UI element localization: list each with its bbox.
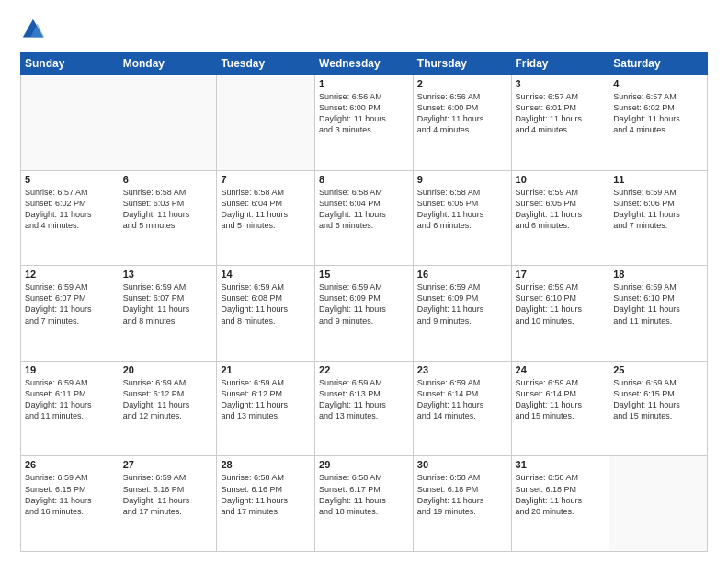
header [20,17,708,42]
calendar-cell: 13Sunrise: 6:59 AMSunset: 6:07 PMDayligh… [119,266,217,362]
calendar-cell: 25Sunrise: 6:59 AMSunset: 6:15 PMDayligh… [609,361,708,456]
week-row-5: 26Sunrise: 6:59 AMSunset: 6:15 PMDayligh… [21,456,708,552]
logo-icon [20,17,46,42]
day-info: Sunrise: 6:59 AMSunset: 6:12 PMDaylight:… [221,377,311,422]
week-row-1: 1Sunrise: 6:56 AMSunset: 6:00 PMDaylight… [21,75,708,171]
day-info: Sunrise: 6:56 AMSunset: 6:00 PMDaylight:… [319,91,409,136]
day-number: 22 [319,364,409,375]
day-info: Sunrise: 6:58 AMSunset: 6:18 PMDaylight:… [417,472,507,517]
calendar-cell [119,75,217,171]
calendar-cell: 14Sunrise: 6:59 AMSunset: 6:08 PMDayligh… [217,266,315,362]
calendar-cell: 4Sunrise: 6:57 AMSunset: 6:02 PMDaylight… [609,75,708,171]
day-number: 4 [613,78,703,89]
calendar-cell: 24Sunrise: 6:59 AMSunset: 6:14 PMDayligh… [511,361,609,456]
day-number: 19 [25,364,115,375]
calendar-cell: 27Sunrise: 6:59 AMSunset: 6:16 PMDayligh… [119,456,217,552]
day-number: 31 [516,459,606,470]
calendar-cell: 28Sunrise: 6:58 AMSunset: 6:16 PMDayligh… [217,456,315,552]
day-header-saturday: Saturday [609,52,708,75]
day-header-sunday: Sunday [21,52,119,75]
day-header-friday: Friday [511,52,609,75]
calendar-cell: 29Sunrise: 6:58 AMSunset: 6:17 PMDayligh… [315,456,414,552]
day-number: 2 [417,78,507,89]
calendar-cell: 3Sunrise: 6:57 AMSunset: 6:01 PMDaylight… [511,75,609,171]
calendar-cell: 20Sunrise: 6:59 AMSunset: 6:12 PMDayligh… [119,361,217,456]
day-header-wednesday: Wednesday [315,52,414,75]
calendar-cell: 1Sunrise: 6:56 AMSunset: 6:00 PMDaylight… [315,75,414,171]
day-info: Sunrise: 6:59 AMSunset: 6:06 PMDaylight:… [613,187,703,232]
day-info: Sunrise: 6:59 AMSunset: 6:07 PMDaylight:… [25,282,115,327]
day-info: Sunrise: 6:59 AMSunset: 6:14 PMDaylight:… [516,377,606,422]
calendar-cell [217,75,315,171]
calendar-table: SundayMondayTuesdayWednesdayThursdayFrid… [20,52,708,552]
calendar-body: 1Sunrise: 6:56 AMSunset: 6:00 PMDaylight… [21,75,708,552]
day-number: 18 [613,269,703,280]
calendar-cell: 7Sunrise: 6:58 AMSunset: 6:04 PMDaylight… [217,170,315,266]
calendar-cell: 6Sunrise: 6:58 AMSunset: 6:03 PMDaylight… [119,170,217,266]
day-number: 1 [319,78,409,89]
day-info: Sunrise: 6:59 AMSunset: 6:13 PMDaylight:… [319,377,409,422]
day-info: Sunrise: 6:59 AMSunset: 6:09 PMDaylight:… [417,282,507,327]
calendar-cell: 8Sunrise: 6:58 AMSunset: 6:04 PMDaylight… [315,170,414,266]
calendar-cell: 12Sunrise: 6:59 AMSunset: 6:07 PMDayligh… [21,266,119,362]
day-header-tuesday: Tuesday [217,52,315,75]
calendar-cell: 2Sunrise: 6:56 AMSunset: 6:00 PMDaylight… [413,75,511,171]
calendar-cell: 16Sunrise: 6:59 AMSunset: 6:09 PMDayligh… [413,266,511,362]
day-info: Sunrise: 6:58 AMSunset: 6:05 PMDaylight:… [417,187,507,232]
day-info: Sunrise: 6:58 AMSunset: 6:03 PMDaylight:… [123,187,213,232]
day-number: 13 [123,269,213,280]
calendar-cell [21,75,119,171]
calendar-cell [609,456,708,552]
day-info: Sunrise: 6:59 AMSunset: 6:07 PMDaylight:… [123,282,213,327]
day-number: 6 [123,174,213,185]
day-number: 14 [221,269,311,280]
day-number: 30 [417,459,507,470]
calendar-cell: 5Sunrise: 6:57 AMSunset: 6:02 PMDaylight… [21,170,119,266]
day-info: Sunrise: 6:57 AMSunset: 6:01 PMDaylight:… [516,91,606,136]
day-info: Sunrise: 6:58 AMSunset: 6:04 PMDaylight:… [319,187,409,232]
day-info: Sunrise: 6:59 AMSunset: 6:10 PMDaylight:… [516,282,606,327]
calendar-cell: 19Sunrise: 6:59 AMSunset: 6:11 PMDayligh… [21,361,119,456]
logo [20,17,49,42]
calendar-cell: 18Sunrise: 6:59 AMSunset: 6:10 PMDayligh… [609,266,708,362]
day-number: 8 [319,174,409,185]
day-number: 29 [319,459,409,470]
week-row-4: 19Sunrise: 6:59 AMSunset: 6:11 PMDayligh… [21,361,708,456]
day-info: Sunrise: 6:58 AMSunset: 6:04 PMDaylight:… [221,187,311,232]
day-number: 26 [25,459,115,470]
day-number: 5 [25,174,115,185]
day-info: Sunrise: 6:59 AMSunset: 6:08 PMDaylight:… [221,282,311,327]
day-number: 10 [516,174,606,185]
day-info: Sunrise: 6:59 AMSunset: 6:15 PMDaylight:… [25,472,115,517]
week-row-2: 5Sunrise: 6:57 AMSunset: 6:02 PMDaylight… [21,170,708,266]
calendar-cell: 15Sunrise: 6:59 AMSunset: 6:09 PMDayligh… [315,266,414,362]
calendar-cell: 23Sunrise: 6:59 AMSunset: 6:14 PMDayligh… [413,361,511,456]
day-number: 21 [221,364,311,375]
day-number: 24 [516,364,606,375]
day-info: Sunrise: 6:58 AMSunset: 6:18 PMDaylight:… [516,472,606,517]
day-header-row: SundayMondayTuesdayWednesdayThursdayFrid… [21,52,708,75]
day-header-monday: Monday [119,52,217,75]
day-info: Sunrise: 6:59 AMSunset: 6:15 PMDaylight:… [613,377,703,422]
day-info: Sunrise: 6:59 AMSunset: 6:16 PMDaylight:… [123,472,213,517]
day-number: 12 [25,269,115,280]
day-number: 11 [613,174,703,185]
day-info: Sunrise: 6:57 AMSunset: 6:02 PMDaylight:… [25,187,115,232]
calendar-cell: 30Sunrise: 6:58 AMSunset: 6:18 PMDayligh… [413,456,511,552]
day-info: Sunrise: 6:58 AMSunset: 6:17 PMDaylight:… [319,472,409,517]
calendar-cell: 21Sunrise: 6:59 AMSunset: 6:12 PMDayligh… [217,361,315,456]
calendar-cell: 17Sunrise: 6:59 AMSunset: 6:10 PMDayligh… [511,266,609,362]
day-number: 3 [516,78,606,89]
calendar-cell: 9Sunrise: 6:58 AMSunset: 6:05 PMDaylight… [413,170,511,266]
day-header-thursday: Thursday [413,52,511,75]
day-info: Sunrise: 6:58 AMSunset: 6:16 PMDaylight:… [221,472,311,517]
calendar-cell: 31Sunrise: 6:58 AMSunset: 6:18 PMDayligh… [511,456,609,552]
day-info: Sunrise: 6:59 AMSunset: 6:14 PMDaylight:… [417,377,507,422]
day-info: Sunrise: 6:59 AMSunset: 6:10 PMDaylight:… [613,282,703,327]
day-number: 15 [319,269,409,280]
day-info: Sunrise: 6:59 AMSunset: 6:11 PMDaylight:… [25,377,115,422]
calendar-header: SundayMondayTuesdayWednesdayThursdayFrid… [21,52,708,75]
day-info: Sunrise: 6:59 AMSunset: 6:09 PMDaylight:… [319,282,409,327]
calendar-cell: 10Sunrise: 6:59 AMSunset: 6:05 PMDayligh… [511,170,609,266]
week-row-3: 12Sunrise: 6:59 AMSunset: 6:07 PMDayligh… [21,266,708,362]
